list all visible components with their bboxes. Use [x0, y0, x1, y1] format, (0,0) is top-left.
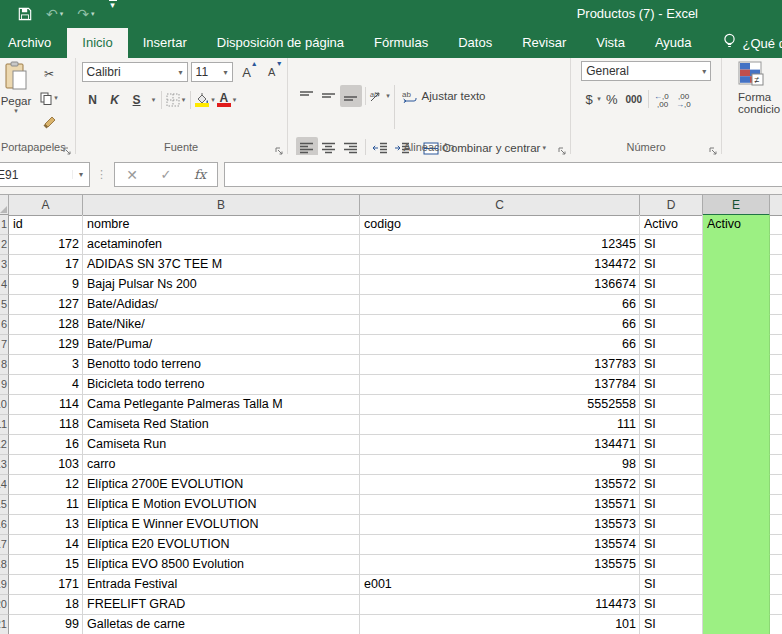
- cell-C9[interactable]: 137784: [360, 375, 640, 395]
- bold-button[interactable]: N: [82, 89, 104, 111]
- font-size-combo[interactable]: 11▾: [191, 62, 233, 82]
- cell-E11[interactable]: [703, 415, 770, 435]
- cell-D10[interactable]: SI: [640, 395, 703, 415]
- cell-D6[interactable]: SI: [640, 315, 703, 335]
- cell-E2[interactable]: [703, 235, 770, 255]
- cell-D15[interactable]: SI: [640, 495, 703, 515]
- cell-D13[interactable]: SI: [640, 455, 703, 475]
- cell-A2[interactable]: 172: [9, 235, 83, 255]
- cell-B10[interactable]: Cama Petlegante Palmeras Talla M: [83, 395, 360, 415]
- column-header-D[interactable]: D: [640, 195, 703, 216]
- name-box-dropdown-arrow[interactable]: ▾: [72, 170, 89, 179]
- cell-F13-partial[interactable]: [770, 455, 782, 475]
- cell-B4[interactable]: Bajaj Pulsar Ns 200: [83, 275, 360, 295]
- align-top-icon[interactable]: [296, 85, 318, 107]
- format-painter-icon[interactable]: [38, 111, 60, 133]
- cell-A16[interactable]: 13: [9, 515, 83, 535]
- underline-button[interactable]: S: [126, 89, 148, 111]
- cell-E8[interactable]: [703, 355, 770, 375]
- cell-E10[interactable]: [703, 395, 770, 415]
- cell-A18[interactable]: 15: [9, 555, 83, 575]
- cell-F16-partial[interactable]: [770, 515, 782, 535]
- cell-B3[interactable]: ADIDAS SN 37C TEE M: [83, 255, 360, 275]
- cell-E12[interactable]: [703, 435, 770, 455]
- cell-C5[interactable]: 66: [360, 295, 640, 315]
- cell-B20[interactable]: FREELIFT GRAD: [83, 595, 360, 615]
- cell-A6[interactable]: 128: [9, 315, 83, 335]
- row-header[interactable]: 20: [0, 595, 9, 615]
- cell-A1[interactable]: id: [9, 215, 83, 235]
- cell-F21-partial[interactable]: [770, 615, 782, 634]
- conditional-formatting-button[interactable]: ≠ Forma condicio: [724, 61, 782, 115]
- undo-icon[interactable]: ↶▾: [46, 0, 63, 28]
- cell-A12[interactable]: 16: [9, 435, 83, 455]
- cell-A13[interactable]: 103: [9, 455, 83, 475]
- cell-D9[interactable]: SI: [640, 375, 703, 395]
- increase-decimal-icon[interactable]: ←,0,00: [652, 88, 674, 110]
- cell-B14[interactable]: Elíptica 2700E EVOLUTION: [83, 475, 360, 495]
- cell-F7-partial[interactable]: [770, 335, 782, 355]
- cell-F17-partial[interactable]: [770, 535, 782, 555]
- cell-F12-partial[interactable]: [770, 435, 782, 455]
- clipboard-dialog-launcher-icon[interactable]: [63, 142, 72, 151]
- cell-B8[interactable]: Benotto todo terreno: [83, 355, 360, 375]
- cell-A19[interactable]: 171: [9, 575, 83, 595]
- confirm-entry-icon[interactable]: ✓: [149, 167, 183, 182]
- row-header[interactable]: 14: [0, 475, 9, 495]
- cell-F5-partial[interactable]: [770, 295, 782, 315]
- redo-icon[interactable]: ↷▾: [77, 0, 94, 28]
- tab-ayuda[interactable]: Ayuda: [640, 28, 707, 58]
- cell-E1[interactable]: Activo: [703, 215, 770, 235]
- row-header[interactable]: 2: [0, 235, 9, 255]
- cell-F19-partial[interactable]: [770, 575, 782, 595]
- cell-A21[interactable]: 99: [9, 615, 83, 634]
- cancel-entry-icon[interactable]: ✕: [115, 167, 149, 183]
- cell-A14[interactable]: 12: [9, 475, 83, 495]
- cell-D2[interactable]: SI: [640, 235, 703, 255]
- cell-A8[interactable]: 3: [9, 355, 83, 375]
- row-header[interactable]: 13: [0, 455, 9, 475]
- cell-E13[interactable]: [703, 455, 770, 475]
- tell-me-search[interactable]: ¿Qué desea hacer?: [713, 28, 782, 58]
- comma-format-icon[interactable]: 000: [623, 88, 645, 110]
- row-header[interactable]: 3: [0, 255, 9, 275]
- italic-button[interactable]: K: [104, 89, 126, 111]
- cell-B9[interactable]: Bicicleta todo terreno: [83, 375, 360, 395]
- cell-D1[interactable]: Activo: [640, 215, 703, 235]
- cell-C2[interactable]: 12345: [360, 235, 640, 255]
- cell-F8-partial[interactable]: [770, 355, 782, 375]
- cell-B1[interactable]: nombre: [83, 215, 360, 235]
- cell-D17[interactable]: SI: [640, 535, 703, 555]
- cell-B12[interactable]: Camiseta Run: [83, 435, 360, 455]
- formula-input[interactable]: [224, 162, 782, 187]
- font-color-icon[interactable]: A ▾: [216, 89, 238, 111]
- cell-C14[interactable]: 135572: [360, 475, 640, 495]
- tab-disposicion[interactable]: Disposición de página: [202, 28, 359, 58]
- cell-F6-partial[interactable]: [770, 315, 782, 335]
- cell-C7[interactable]: 66: [360, 335, 640, 355]
- cell-B7[interactable]: Bate/Puma/: [83, 335, 360, 355]
- paste-button[interactable]: Pegar ▾: [0, 61, 38, 137]
- row-header[interactable]: 6: [0, 315, 9, 335]
- cell-D5[interactable]: SI: [640, 295, 703, 315]
- cell-B6[interactable]: Bate/Nike/: [83, 315, 360, 335]
- cell-D14[interactable]: SI: [640, 475, 703, 495]
- cell-E7[interactable]: [703, 335, 770, 355]
- cut-icon[interactable]: ✂: [38, 63, 60, 85]
- row-header[interactable]: 21: [0, 615, 9, 634]
- row-header[interactable]: 9: [0, 375, 9, 395]
- cell-A9[interactable]: 4: [9, 375, 83, 395]
- cell-E17[interactable]: [703, 535, 770, 555]
- cell-F18-partial[interactable]: [770, 555, 782, 575]
- tab-inicio[interactable]: Inicio: [67, 28, 127, 58]
- row-header[interactable]: 18: [0, 555, 9, 575]
- orientation-icon[interactable]: ab ▾: [369, 85, 391, 107]
- cell-E9[interactable]: [703, 375, 770, 395]
- cell-E20[interactable]: [703, 595, 770, 615]
- cell-E5[interactable]: [703, 295, 770, 315]
- cell-E16[interactable]: [703, 515, 770, 535]
- name-box[interactable]: E91 ▾: [0, 162, 90, 187]
- cell-D19[interactable]: SI: [640, 575, 703, 595]
- decrease-decimal-icon[interactable]: ,00→,0: [674, 88, 696, 110]
- cell-B17[interactable]: Elíptica E20 EVOLUTION: [83, 535, 360, 555]
